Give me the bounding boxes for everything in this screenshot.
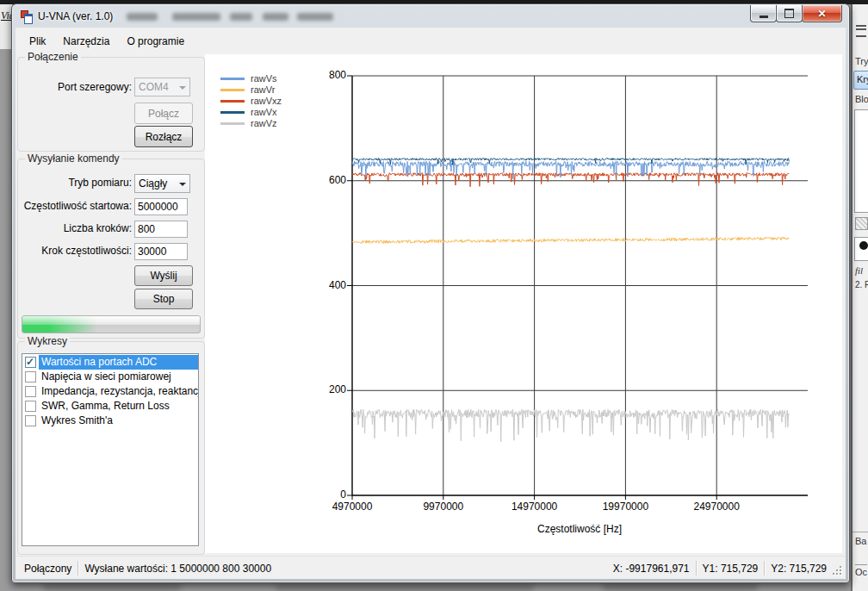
status-cursor-y2: Y2: 715,729 xyxy=(771,563,827,575)
maximize-button[interactable] xyxy=(776,5,803,22)
plot xyxy=(352,76,808,495)
legend-line-swatch xyxy=(220,78,245,80)
menu-plik[interactable]: Plik xyxy=(21,32,54,51)
divider xyxy=(78,561,78,575)
serial-port-value: COM4 xyxy=(139,81,169,93)
list-item[interactable]: Wykres Smith'a xyxy=(22,414,198,428)
glass-reflection xyxy=(230,13,252,21)
desktop: { "colors": { "selection": "#3a95e8", "p… xyxy=(0,0,868,591)
checkbox[interactable] xyxy=(25,357,36,368)
background-label-ba: Ba xyxy=(855,536,866,546)
measure-mode-value: Ciągły xyxy=(139,177,167,190)
menu-o-programie[interactable]: O programie xyxy=(118,32,193,51)
port-label: Port szeregowy: xyxy=(18,81,132,93)
pattern-swatch xyxy=(855,217,868,230)
frequency-step-label: Krok częstotliwości: xyxy=(18,245,132,257)
x-axis-title: Częstotliwość [Hz] xyxy=(537,523,622,535)
background-window-right: Try Kry Blo fil 2. F Ba Oc xyxy=(851,4,868,591)
progress-gloss xyxy=(22,316,200,325)
divider xyxy=(696,561,697,575)
background-shape xyxy=(276,584,534,591)
y-tick-label: 0 xyxy=(308,488,346,501)
x-tick-label: 19970000 xyxy=(603,501,648,513)
group-command: Wysyłanie komendy Tryb pomiaru: Ciągły C… xyxy=(17,159,205,339)
plot-svg xyxy=(352,76,808,495)
background-label-oc: Oc xyxy=(855,564,867,577)
client-area: Plik Narzędzia O programie Połączenie Po… xyxy=(16,28,846,579)
disconnect-button[interactable]: Rozłącz xyxy=(134,126,193,147)
status-bar: Połączony Wysłane wartości: 1 5000000 80… xyxy=(16,556,846,579)
stop-button[interactable]: Stop xyxy=(134,289,193,309)
color-dot-icon xyxy=(859,241,868,250)
series-rawVz xyxy=(352,409,789,442)
background-panel xyxy=(854,109,868,213)
titlebar[interactable]: U-VNA (ver. 1.0) ✕ xyxy=(12,4,849,28)
connect-button[interactable]: Połącz xyxy=(134,103,193,124)
legend-item: rawVs xyxy=(220,73,282,84)
legend-line-swatch xyxy=(220,100,245,103)
background-label-try: Try xyxy=(855,56,868,66)
minimize-icon xyxy=(760,16,768,18)
status-sent-values: Wysłane wartości: 1 5000000 800 30000 xyxy=(84,563,271,575)
minimize-button[interactable] xyxy=(750,5,777,22)
mode-label: Tryb pomiaru: xyxy=(18,177,132,189)
legend-label: rawVs xyxy=(251,73,277,84)
background-panel xyxy=(854,237,868,261)
checkbox[interactable] xyxy=(25,386,36,397)
list-item[interactable]: Napięcia w sieci pomiarowej xyxy=(22,370,198,384)
list-item[interactable]: Wartości na portach ADC xyxy=(22,355,198,370)
progress-bar xyxy=(22,315,201,333)
serial-port-combobox[interactable]: COM4 xyxy=(134,78,190,96)
y-tick-label: 400 xyxy=(308,279,346,291)
glass-reflection xyxy=(297,13,333,21)
status-connected: Połączony xyxy=(24,563,71,575)
window-title: U-VNA (ver. 1.0) xyxy=(38,10,113,22)
charts-checklist: Wartości na portach ADC Napięcia w sieci… xyxy=(22,353,199,546)
x-tick-label: 4970000 xyxy=(332,501,373,513)
steps-count-input[interactable]: 800 xyxy=(134,221,188,238)
start-frequency-label: Częstotliwość startowa: xyxy=(18,200,132,212)
background-shape xyxy=(43,583,181,591)
layers-icon xyxy=(856,25,866,37)
status-cursor-x: X: -9917961,971 xyxy=(613,563,690,575)
group-connection: Połączenie Port szeregowy: COM4 Połącz R… xyxy=(17,57,205,152)
x-tick-label: 9970000 xyxy=(423,501,463,513)
status-right: X: -9917961,971 Y1: 715,729 Y2: 715,729 xyxy=(613,561,827,575)
frequency-step-input[interactable]: 30000 xyxy=(134,243,188,260)
group-charts: Wykresy Wartości na portach ADC Napięcia… xyxy=(17,341,205,555)
measure-mode-combobox[interactable]: Ciągły xyxy=(134,174,190,193)
glass-reflection xyxy=(172,13,220,21)
legend-label: rawVx xyxy=(251,107,277,118)
app-window: U-VNA (ver. 1.0) ✕ Plik Narzędzia O prog… xyxy=(11,3,850,583)
legend-item: rawVx xyxy=(220,107,282,118)
checkbox[interactable] xyxy=(25,415,36,426)
group-connection-title: Połączenie xyxy=(25,51,81,63)
legend-line-swatch xyxy=(220,89,245,91)
list-item[interactable]: SWR, Gamma, Return Loss xyxy=(22,399,198,414)
x-tick-label: 14970000 xyxy=(512,501,557,513)
y-tick-label: 200 xyxy=(308,383,346,395)
start-frequency-input[interactable]: 5000000 xyxy=(134,198,188,215)
checkbox[interactable] xyxy=(25,401,36,412)
x-tick-label: 24970000 xyxy=(693,501,739,513)
chevron-down-icon xyxy=(179,183,186,186)
legend-item: rawVz xyxy=(220,118,282,129)
send-button[interactable]: Wyślij xyxy=(134,265,193,286)
close-icon: ✕ xyxy=(817,9,826,19)
caption-buttons: ✕ xyxy=(751,5,842,22)
menu-narzedzia[interactable]: Narzędzia xyxy=(54,32,118,51)
steps-count-label: Liczba kroków: xyxy=(18,222,132,234)
series-rawVs xyxy=(352,161,789,179)
close-button[interactable]: ✕ xyxy=(802,5,842,22)
app-icon xyxy=(21,10,32,22)
background-button-kry[interactable]: Kry xyxy=(853,71,868,90)
glass-reflection xyxy=(127,13,158,21)
checkbox[interactable] xyxy=(25,371,36,383)
status-left: Połączony Wysłane wartości: 1 5000000 80… xyxy=(24,561,613,575)
menubar: Plik Narzędzia O programie xyxy=(21,32,193,51)
background-label-fil: fil xyxy=(855,265,863,276)
resize-grip[interactable] xyxy=(833,566,843,576)
list-item[interactable]: Impedancja, rezystancja, reaktancja xyxy=(22,384,198,399)
y-tick-label: 600 xyxy=(308,174,346,186)
series-rawVr xyxy=(352,237,789,244)
